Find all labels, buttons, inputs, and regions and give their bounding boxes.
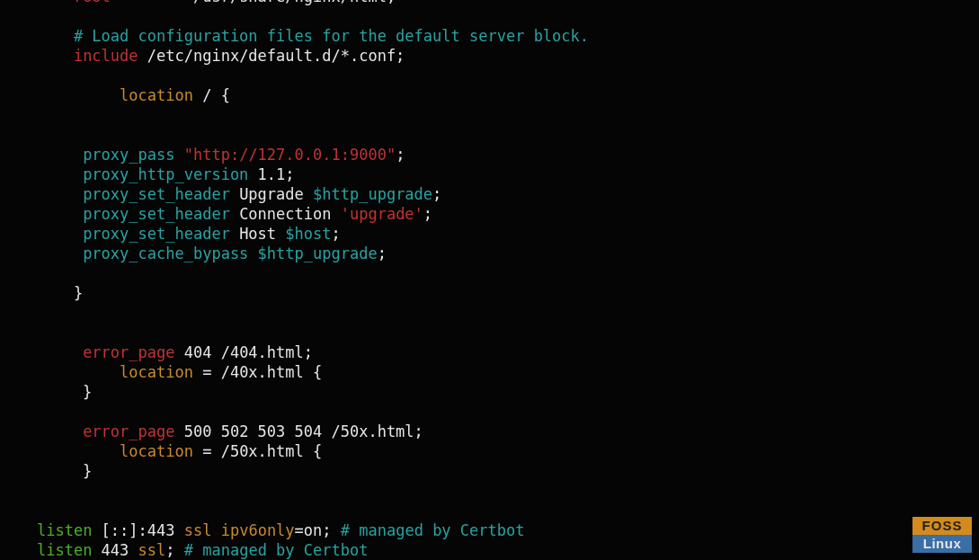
code-token: listen (37, 521, 92, 539)
code-token (0, 244, 83, 262)
code-token: $http_upgrade (313, 185, 432, 203)
code-token: proxy_cache_bypass (83, 244, 248, 262)
code-token: $host (285, 225, 331, 243)
code-line: } (0, 461, 589, 481)
code-line: location = /50x.html { (0, 441, 589, 461)
code-token: ssl (184, 521, 212, 539)
code-token: } (0, 462, 92, 480)
code-token: ; (378, 244, 387, 262)
code-token: location (120, 86, 193, 104)
code-line: # Load configuration files for the defau… (0, 26, 589, 46)
code-line: proxy_set_header Host $host; (0, 224, 589, 244)
code-token (0, 86, 120, 104)
code-token: "http://127.0.0.1:9000" (184, 146, 396, 164)
code-line: error_page 404 /404.html; (0, 342, 589, 362)
code-token: 443 (92, 541, 138, 559)
code-token (211, 521, 220, 539)
code-token: ipv6only (221, 521, 295, 539)
code-token: # Load configuration files for the defau… (74, 27, 589, 45)
code-token: / { (193, 86, 230, 104)
code-token: ; (332, 225, 341, 243)
code-token: 404 /404.html; (174, 343, 313, 361)
code-token: root (74, 0, 111, 5)
code-token (0, 47, 74, 65)
code-token (0, 422, 83, 440)
code-token (0, 541, 37, 559)
code-token: /etc/nginx/default.d/*.conf; (138, 47, 405, 65)
code-line (0, 323, 589, 342)
code-token: Connection (230, 205, 341, 223)
code-token: = /50x.html { (193, 442, 322, 460)
code-line (0, 303, 589, 323)
code-line: } (0, 382, 589, 402)
code-token (0, 165, 83, 183)
code-line: proxy_set_header Upgrade $http_upgrade; (0, 184, 589, 204)
code-token: # managed by Certbot (184, 541, 369, 559)
code-line: proxy_cache_bypass $http_upgrade; (0, 244, 589, 263)
code-line: location / { (0, 85, 589, 105)
code-token: proxy_set_header (83, 205, 230, 223)
watermark-foss: FOSS (912, 517, 972, 535)
code-line (0, 105, 589, 125)
code-line: include /etc/nginx/default.d/*.conf; (0, 46, 589, 66)
code-line: proxy_set_header Connection 'upgrade'; (0, 204, 589, 224)
code-token (248, 244, 257, 262)
code-token: include (74, 47, 138, 65)
code-line (0, 125, 589, 145)
code-token: =on; (295, 521, 341, 539)
code-line (0, 501, 589, 520)
code-line (0, 402, 589, 422)
code-token: proxy_http_version (83, 165, 248, 183)
code-token: = /40x.html { (193, 363, 322, 381)
code-token: 1.1; (248, 165, 294, 183)
code-line: listen [::]:443 ssl ipv6only=on; # manag… (0, 520, 589, 540)
code-token: proxy_pass (83, 146, 174, 164)
code-token: listen (37, 541, 92, 559)
code-token: location (120, 442, 193, 460)
code-token: proxy_set_header (83, 225, 230, 243)
code-token: /usr/share/nginx/html; (111, 0, 396, 5)
code-token (0, 146, 83, 164)
code-token: Host (230, 225, 285, 243)
code-token (0, 363, 120, 381)
code-line (0, 6, 589, 26)
code-line: listen 443 ssl; # managed by Certbot (0, 540, 589, 560)
code-token: $http_upgrade (258, 244, 378, 262)
code-token: ssl (138, 541, 166, 559)
code-token (0, 27, 74, 45)
code-token: proxy_set_header (83, 185, 230, 203)
code-token: ; (396, 146, 405, 164)
code-token (0, 225, 83, 243)
code-line: proxy_http_version 1.1; (0, 164, 589, 184)
code-line: location = /40x.html { (0, 362, 589, 382)
code-token: error_page (83, 343, 174, 361)
code-token: } (0, 383, 92, 401)
code-token (0, 0, 74, 5)
code-token: Upgrade (230, 185, 313, 203)
code-line: root /usr/share/nginx/html; (0, 0, 589, 6)
code-token (0, 521, 37, 539)
code-token: error_page (83, 422, 174, 440)
code-line (0, 263, 589, 283)
code-line (0, 481, 589, 501)
code-line (0, 66, 589, 85)
nginx-config-code: root /usr/share/nginx/html; # Load confi… (0, 0, 589, 560)
code-token (0, 343, 83, 361)
code-token: [::]:443 (92, 521, 183, 539)
code-token (0, 185, 83, 203)
code-token (174, 146, 183, 164)
code-token: location (120, 363, 193, 381)
code-token: ; (165, 541, 183, 559)
code-token: # managed by Certbot (341, 521, 525, 539)
code-line: proxy_pass "http://127.0.0.1:9000"; (0, 145, 589, 164)
code-token: } (0, 284, 83, 302)
code-token: 500 502 503 504 /50x.html; (174, 422, 423, 440)
watermark-linux: Linux (912, 535, 972, 553)
code-line: } (0, 283, 589, 303)
foss-linux-watermark: FOSS Linux (912, 517, 972, 553)
code-token: ; (423, 205, 432, 223)
code-token: ; (432, 185, 441, 203)
code-token (0, 205, 83, 223)
code-line: error_page 500 502 503 504 /50x.html; (0, 422, 589, 441)
code-token (0, 442, 120, 460)
